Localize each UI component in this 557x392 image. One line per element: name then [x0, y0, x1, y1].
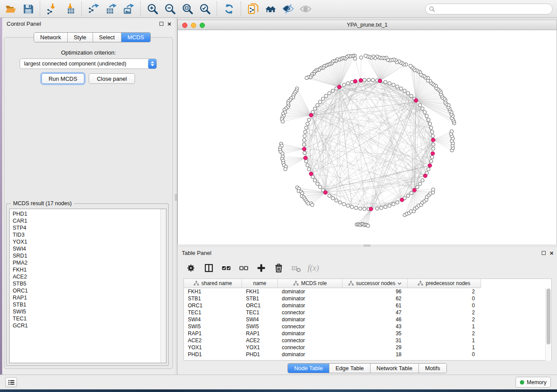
- network-node[interactable]: [318, 186, 322, 189]
- open-file-button[interactable]: [2, 1, 19, 16]
- table-cell[interactable]: SWI5: [184, 323, 242, 330]
- table-cell[interactable]: ACE2: [242, 337, 278, 344]
- table-cell[interactable]: SWI4: [242, 316, 278, 323]
- network-node[interactable]: [427, 118, 430, 121]
- table-cell[interactable]: 2: [408, 289, 481, 295]
- mcds-result-node[interactable]: CAR1: [13, 217, 166, 224]
- table-cell[interactable]: connector: [278, 344, 343, 351]
- search-input[interactable]: [437, 6, 549, 12]
- tab-network[interactable]: Network: [34, 33, 68, 42]
- table-cell[interactable]: 1: [408, 344, 481, 351]
- mcds-result-node[interactable]: FKH1: [13, 266, 166, 273]
- mcds-result-node[interactable]: YOX1: [13, 238, 166, 245]
- network-node[interactable]: [429, 159, 433, 163]
- table-cell[interactable]: YOX1: [184, 344, 242, 351]
- selected-network-node[interactable]: [369, 207, 373, 211]
- add-column-button[interactable]: [255, 261, 267, 275]
- network-node[interactable]: [430, 130, 434, 134]
- network-node[interactable]: [421, 107, 424, 110]
- table-cell[interactable]: 46: [343, 316, 408, 323]
- table-cell[interactable]: 1: [408, 323, 481, 330]
- table-cell[interactable]: FKH1: [242, 289, 278, 295]
- network-node[interactable]: [328, 194, 331, 198]
- network-node[interactable]: [375, 207, 379, 210]
- network-node[interactable]: [316, 182, 319, 186]
- table-cell[interactable]: RAP1: [242, 330, 278, 337]
- network-node[interactable]: [342, 83, 346, 86]
- close-panel-icon[interactable]: ×: [550, 251, 554, 255]
- network-node[interactable]: [406, 194, 410, 198]
- table-cell[interactable]: connector: [278, 309, 343, 316]
- first-neighbors-button[interactable]: [262, 1, 279, 16]
- network-node[interactable]: [450, 130, 453, 133]
- network-node[interactable]: [419, 103, 422, 107]
- network-node[interactable]: [388, 204, 391, 207]
- tab-select[interactable]: Select: [93, 33, 121, 42]
- network-node[interactable]: [384, 80, 387, 84]
- table-cell[interactable]: dominator: [278, 316, 343, 323]
- network-node[interactable]: [307, 118, 311, 121]
- network-node[interactable]: [325, 94, 328, 98]
- selected-network-node[interactable]: [412, 188, 416, 192]
- table-row[interactable]: SWI4SWI4dominator462: [184, 316, 546, 323]
- network-node[interactable]: [335, 199, 338, 202]
- network-node[interactable]: [318, 100, 322, 104]
- table-cell[interactable]: PHD1: [184, 351, 242, 358]
- mcds-result-list[interactable]: PHD1CAR1STP4TID3YOX1SWI4SRD1PMA2FKH1ACE2…: [9, 209, 166, 363]
- table-scrollbar-thumb[interactable]: [547, 289, 550, 344]
- network-node[interactable]: [364, 54, 367, 58]
- network-node[interactable]: [346, 82, 350, 85]
- table-cell[interactable]: TEC1: [242, 309, 278, 316]
- table-cell[interactable]: 35: [343, 330, 408, 337]
- mcds-result-node[interactable]: TEC1: [13, 315, 166, 322]
- network-node[interactable]: [423, 110, 426, 114]
- network-node[interactable]: [328, 92, 331, 95]
- table-cell[interactable]: ACE2: [184, 337, 242, 344]
- network-node[interactable]: [281, 120, 284, 123]
- mcds-result-node[interactable]: SWI5: [13, 308, 166, 315]
- zoom-selected-button[interactable]: [196, 1, 214, 16]
- table-row[interactable]: STB1STB1dominator620: [184, 295, 546, 302]
- network-node[interactable]: [409, 64, 412, 68]
- run-mcds-button[interactable]: Run MCDS: [42, 73, 84, 84]
- selected-network-node[interactable]: [337, 85, 341, 89]
- table-row[interactable]: ACE2ACE2connector311: [184, 337, 546, 344]
- network-node[interactable]: [284, 168, 287, 171]
- network-node[interactable]: [304, 126, 308, 130]
- table-cell[interactable]: 0: [408, 351, 481, 358]
- table-cell[interactable]: dominator: [278, 289, 343, 295]
- network-node[interactable]: [415, 186, 419, 189]
- selected-network-node[interactable]: [359, 79, 363, 83]
- selected-network-node[interactable]: [302, 147, 306, 151]
- mcds-result-node[interactable]: STP4: [13, 224, 166, 231]
- mcds-result-node[interactable]: SWI4: [13, 245, 166, 252]
- network-node[interactable]: [371, 78, 375, 82]
- selected-network-node[interactable]: [353, 79, 357, 83]
- table-cell[interactable]: 96: [343, 289, 408, 295]
- zoom-in-button[interactable]: [144, 1, 161, 16]
- network-node[interactable]: [396, 85, 399, 88]
- column-header-predecessor-nodes[interactable]: predecessor nodes: [408, 279, 481, 288]
- network-node[interactable]: [303, 151, 306, 155]
- network-node[interactable]: [427, 168, 430, 171]
- selected-network-node[interactable]: [400, 198, 404, 202]
- show-panels-button[interactable]: [5, 377, 17, 387]
- column-header-shared-name[interactable]: shared name: [184, 279, 242, 288]
- network-node[interactable]: [313, 179, 317, 182]
- table-cell[interactable]: PHD1: [242, 351, 278, 358]
- table-row[interactable]: TEC1TEC1connector472: [184, 309, 546, 316]
- refresh-button[interactable]: [220, 1, 238, 16]
- table-cell[interactable]: YOX1: [242, 344, 278, 351]
- table-cell[interactable]: 2: [408, 316, 481, 323]
- tab-network-table[interactable]: Network Table: [370, 364, 419, 373]
- table-cell[interactable]: FKH1: [184, 289, 242, 295]
- mcds-result-node[interactable]: PMA2: [13, 259, 166, 266]
- column-header-successor-nodes[interactable]: successor nodes: [343, 279, 408, 288]
- tab-style[interactable]: Style: [68, 33, 93, 42]
- network-node[interactable]: [432, 188, 435, 191]
- network-node[interactable]: [321, 97, 325, 100]
- table-cell[interactable]: 31: [343, 337, 408, 344]
- table-cell[interactable]: 29: [343, 344, 408, 351]
- network-node[interactable]: [392, 203, 395, 206]
- table-cell[interactable]: 0: [408, 296, 481, 302]
